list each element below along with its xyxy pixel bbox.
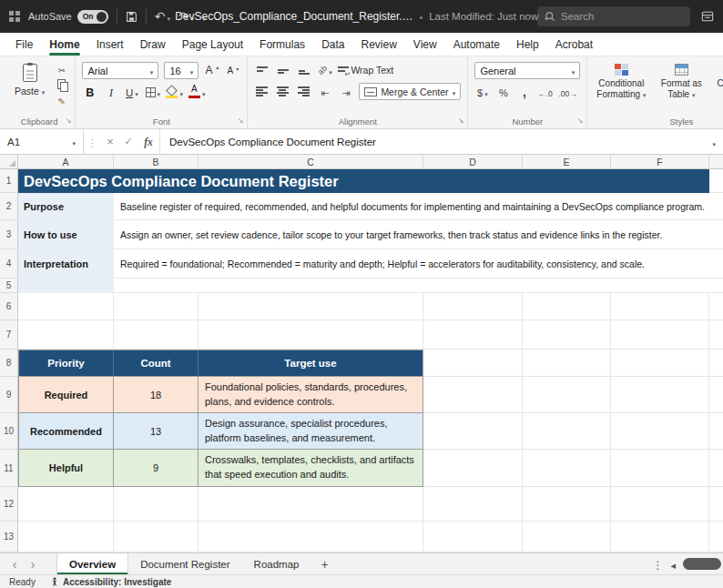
tab-automate[interactable]: Automate xyxy=(445,34,508,56)
align-top-button[interactable] xyxy=(254,62,270,78)
cell[interactable] xyxy=(709,220,723,249)
row-number[interactable]: 3 xyxy=(0,220,18,249)
sheet-nav-back-button[interactable] xyxy=(5,553,24,574)
cell[interactable] xyxy=(18,487,114,522)
align-left-button[interactable] xyxy=(254,84,270,100)
name-box-resizer[interactable] xyxy=(84,134,101,150)
cell[interactable] xyxy=(709,450,723,487)
cell[interactable] xyxy=(18,522,114,553)
save-button[interactable] xyxy=(126,11,137,23)
cell[interactable] xyxy=(709,522,723,553)
font-size-select[interactable]: 16 xyxy=(164,62,199,79)
borders-button[interactable] xyxy=(145,84,160,100)
cell[interactable] xyxy=(523,413,611,450)
align-bottom-button[interactable] xyxy=(296,62,311,78)
alignment-dialog-launcher[interactable] xyxy=(458,110,464,127)
cell[interactable] xyxy=(611,377,709,413)
cell[interactable] xyxy=(611,522,709,553)
tab-help[interactable]: Help xyxy=(508,34,547,56)
cell[interactable] xyxy=(423,487,523,522)
cell[interactable] xyxy=(523,450,611,487)
row-number[interactable]: 6 xyxy=(0,293,18,320)
cell[interactable] xyxy=(709,350,723,377)
clipboard-dialog-launcher[interactable] xyxy=(66,110,72,127)
accounting-format-button[interactable] xyxy=(474,84,490,100)
comma-style-button[interactable] xyxy=(516,84,532,100)
cell[interactable] xyxy=(611,487,709,522)
cut-button[interactable] xyxy=(57,63,68,76)
number-format-select[interactable]: General xyxy=(474,62,580,79)
cell[interactable] xyxy=(709,169,723,193)
column-header-a[interactable]: A xyxy=(18,155,114,168)
cell[interactable] xyxy=(18,320,114,350)
cell[interactable] xyxy=(199,487,423,522)
sheet-options-button[interactable] xyxy=(652,556,663,573)
cell[interactable] xyxy=(423,320,523,350)
cell[interactable] xyxy=(423,350,523,377)
column-header-d[interactable]: D xyxy=(423,155,523,168)
cell[interactable] xyxy=(523,293,611,320)
cell[interactable] xyxy=(611,413,709,450)
hscroll-left-button[interactable] xyxy=(670,556,676,573)
cell[interactable] xyxy=(523,350,611,377)
row-number[interactable]: 11 xyxy=(0,450,18,487)
cell[interactable] xyxy=(709,249,723,279)
info-text-cell[interactable]: Required = foundational; Recommended = m… xyxy=(114,249,709,279)
last-modified-label[interactable]: Last Modified: Just now xyxy=(429,11,538,22)
cell[interactable] xyxy=(709,413,723,450)
cell[interactable] xyxy=(423,377,523,413)
number-dialog-launcher[interactable] xyxy=(577,110,584,127)
row-number[interactable]: 2 xyxy=(0,193,18,220)
row-number[interactable]: 10 xyxy=(0,413,18,450)
row-number[interactable]: 12 xyxy=(0,487,18,522)
tab-view[interactable]: View xyxy=(405,34,445,56)
cell[interactable] xyxy=(423,522,523,553)
cell[interactable] xyxy=(523,487,611,522)
row-number[interactable]: 5 xyxy=(0,279,18,293)
cell[interactable] xyxy=(523,320,611,350)
search-box[interactable] xyxy=(537,6,690,26)
font-color-button[interactable] xyxy=(188,84,206,100)
conditional-formatting-button[interactable]: Conditional Formatting xyxy=(594,62,648,102)
row-number[interactable]: 1 xyxy=(0,169,18,193)
info-label-cell[interactable]: Interpretation xyxy=(18,249,114,279)
column-header-b[interactable]: B xyxy=(114,155,199,168)
increase-decimal-button[interactable] xyxy=(537,84,553,100)
ribbon-display-options-button[interactable] xyxy=(701,10,714,23)
table-cell-count[interactable]: 18 xyxy=(114,377,199,413)
tab-home[interactable]: Home xyxy=(41,34,87,56)
cell[interactable] xyxy=(114,279,709,293)
sheet-nav-forward-button[interactable] xyxy=(24,553,42,574)
table-cell-count[interactable]: 13 xyxy=(114,413,199,450)
decrease-decimal-button[interactable] xyxy=(558,84,576,100)
font-dialog-launcher[interactable] xyxy=(238,110,244,127)
cell[interactable] xyxy=(114,320,199,350)
cell[interactable] xyxy=(114,487,199,522)
chevron-down-icon[interactable] xyxy=(545,8,548,25)
cell[interactable] xyxy=(523,377,611,413)
row-number[interactable]: 9 xyxy=(0,377,18,413)
row-number[interactable]: 4 xyxy=(0,249,18,279)
cancel-button[interactable] xyxy=(101,135,119,148)
tab-insert[interactable]: Insert xyxy=(88,34,132,56)
accessibility-button[interactable]: Accessibility: Investigate xyxy=(50,577,172,587)
tab-review[interactable]: Review xyxy=(352,34,404,56)
cell[interactable] xyxy=(611,320,709,350)
table-header-cell[interactable]: Count xyxy=(114,350,199,377)
cell[interactable] xyxy=(709,279,723,293)
tab-formulas[interactable]: Formulas xyxy=(251,34,313,56)
table-cell-count[interactable]: 9 xyxy=(114,450,199,487)
sheet-tab-roadmap[interactable]: Roadmap xyxy=(242,553,311,574)
increase-font-size-button[interactable] xyxy=(204,63,219,79)
cell[interactable] xyxy=(114,293,199,320)
font-name-select[interactable]: Arial xyxy=(82,62,158,79)
cell[interactable] xyxy=(709,293,723,320)
info-text-cell[interactable]: Baseline register of required, recommend… xyxy=(114,193,709,220)
info-label-cell[interactable]: How to use xyxy=(18,220,114,249)
cell[interactable] xyxy=(423,413,523,450)
table-header-cell[interactable]: Target use xyxy=(199,350,423,377)
select-all-corner[interactable] xyxy=(0,155,18,168)
formula-input[interactable]: DevSecOps Compliance Document Register xyxy=(159,129,705,154)
tab-file[interactable]: File xyxy=(7,34,41,56)
format-painter-button[interactable] xyxy=(57,94,68,106)
